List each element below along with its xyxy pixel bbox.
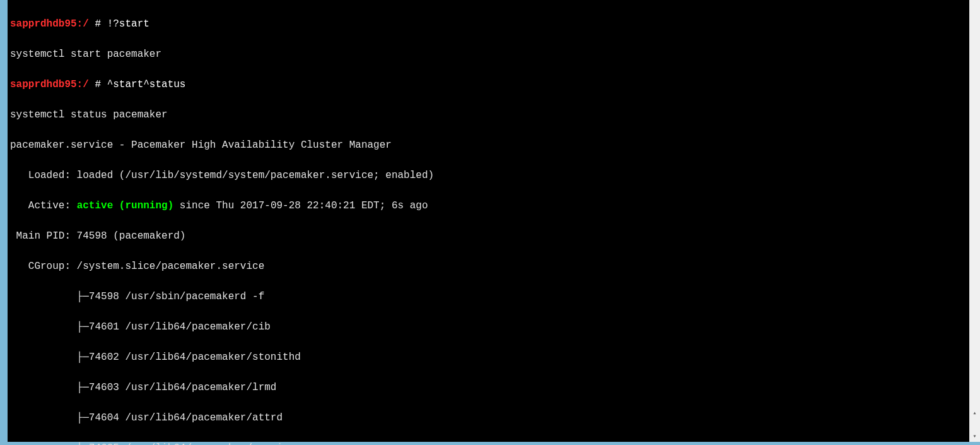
- cgroup-process: ├─74601 /usr/lib64/pacemaker/cib: [10, 319, 970, 335]
- scrollbar-track[interactable]: [969, 0, 980, 442]
- cgroup-process: ├─74605 /usr/lib64/pacemaker/pengine: [10, 441, 970, 445]
- output-line: systemctl start pacemaker: [10, 47, 970, 62]
- prompt-line-2: sapprdhdb95:/ # ^start^status: [10, 77, 970, 92]
- service-description: pacemaker.service - Pacemaker High Avail…: [10, 138, 970, 153]
- loaded-line: Loaded: loaded (/usr/lib/systemd/system/…: [10, 168, 970, 183]
- active-status: active (running): [77, 200, 174, 211]
- active-since: since Thu 2017-09-28 22:40:21 EDT; 6s ag…: [173, 200, 428, 211]
- command-text: ^start^status: [107, 79, 186, 90]
- output-line: systemctl status pacemaker: [10, 107, 970, 122]
- prompt-host: sapprdhdb95:/: [10, 18, 89, 30]
- cgroup-process: ├─74602 /usr/lib64/pacemaker/stonithd: [10, 350, 970, 365]
- prompt-line-1: sapprdhdb95:/ # !?start: [10, 16, 970, 32]
- prompt-hash: #: [89, 18, 107, 30]
- prompt-hash: #: [89, 79, 107, 90]
- main-pid-line: Main PID: 74598 (pacemakerd): [10, 228, 970, 244]
- active-label: Active:: [10, 200, 77, 211]
- scrollbar-down-icon[interactable]: ▾: [969, 431, 980, 442]
- terminal-window[interactable]: sapprdhdb95:/ # !?start systemctl start …: [8, 0, 972, 442]
- prompt-host: sapprdhdb95:/: [10, 79, 89, 90]
- scrollbar[interactable]: ▴ ▾: [969, 0, 980, 442]
- cgroup-process: ├─74604 /usr/lib64/pacemaker/attrd: [10, 410, 970, 425]
- command-text: !?start: [107, 18, 149, 30]
- active-line: Active: active (running) since Thu 2017-…: [10, 198, 970, 213]
- cgroup-line: CGroup: /system.slice/pacemaker.service: [10, 259, 970, 274]
- cgroup-process: ├─74603 /usr/lib64/pacemaker/lrmd: [10, 380, 970, 395]
- cgroup-process: ├─74598 /usr/sbin/pacemakerd -f: [10, 289, 970, 304]
- scrollbar-up-icon[interactable]: ▴: [969, 408, 980, 418]
